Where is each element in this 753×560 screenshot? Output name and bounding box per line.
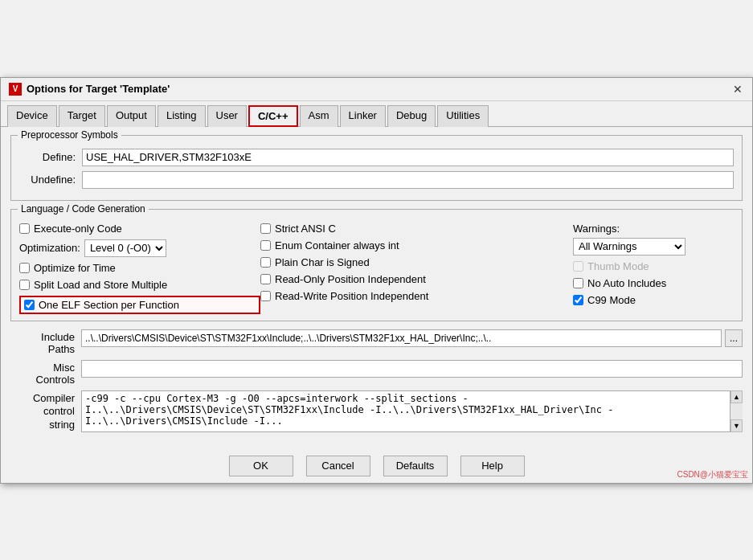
plain-char-checkbox[interactable] [260,257,271,268]
warnings-select[interactable]: No Warnings All Warnings Misra Warnings [573,238,685,255]
defaults-button[interactable]: Defaults [383,456,448,476]
content-area: Preprocessor Symbols Define: Undefine: L… [1,127,752,448]
optimization-label: Optimization: [19,242,80,254]
undefine-row: Undefine: [19,171,734,189]
c99-mode-row: C99 Mode [573,294,734,306]
split-load-checkbox[interactable] [19,280,30,290]
execute-only-checkbox[interactable] [19,223,30,234]
tab-asm[interactable]: Asm [300,105,338,127]
misc-controls-label: MiscControls [10,360,75,386]
compiler-scrollbar: ▲ ▼ [730,390,743,432]
tab-utilities[interactable]: Utilities [437,105,489,127]
watermark: CSDN@小猫爱宝宝 [677,469,749,480]
scroll-up-arrow[interactable]: ▲ [730,390,743,403]
tab-user[interactable]: User [207,105,247,127]
no-auto-includes-checkbox[interactable] [573,278,583,288]
compiler-textarea-wrap: -c99 -c --cpu Cortex-M3 -g -O0 --apcs=in… [81,390,743,435]
tab-cpp[interactable]: C/C++ [248,105,298,127]
thumb-mode-label: Thumb Mode [587,260,649,272]
misc-controls-input-wrap [81,360,743,378]
include-paths-input[interactable] [81,329,722,347]
ok-button[interactable]: OK [229,456,293,476]
preprocessor-group: Preprocessor Symbols Define: Undefine: [10,135,743,201]
include-paths-input-wrap: ... [81,329,743,347]
no-auto-includes-row: No Auto Includes [573,277,734,289]
app-icon: V [9,83,22,96]
plain-char-row: Plain Char is Signed [260,256,573,268]
tab-device[interactable]: Device [7,105,57,127]
preprocessor-group-title: Preprocessor Symbols [18,129,121,141]
split-load-row: Split Load and Store Multiple [19,279,260,291]
title-bar: V Options for Target 'Template' ✕ [1,78,752,101]
optimize-time-label: Optimize for Time [34,262,116,274]
undefine-input[interactable] [82,171,734,189]
misc-controls-row: MiscControls [10,360,743,386]
read-only-pos-checkbox[interactable] [260,274,271,284]
define-label: Define: [19,151,76,163]
tab-linker[interactable]: Linker [340,105,386,127]
enum-container-checkbox[interactable] [260,240,271,251]
language-col1: Execute-only Code Optimization: Level 0 … [19,223,260,314]
include-paths-browse-button[interactable]: ... [725,329,743,347]
read-write-pos-label: Read-Write Position Independent [275,290,428,302]
include-paths-label: IncludePaths [10,329,75,355]
define-input[interactable] [82,149,734,166]
read-only-pos-label: Read-Only Position Independent [275,273,426,285]
compiler-row: Compilercontrolstring -c99 -c --cpu Cort… [10,390,743,435]
cancel-button[interactable]: Cancel [306,456,370,476]
execute-only-label: Execute-only Code [34,223,122,235]
strict-ansi-row: Strict ANSI C [260,223,573,235]
read-write-pos-checkbox[interactable] [260,291,271,301]
include-paths-row: IncludePaths ... [10,329,743,355]
language-col2: Strict ANSI C Enum Container always int … [260,223,573,314]
one-elf-label: One ELF Section per Function [39,299,179,311]
tab-debug[interactable]: Debug [387,105,436,127]
enum-container-row: Enum Container always int [260,239,573,251]
one-elf-row: One ELF Section per Function [19,296,260,314]
tabs-bar: Device Target Output Listing User C/C++ … [1,101,752,127]
define-row: Define: [19,149,734,166]
strict-ansi-checkbox[interactable] [260,223,271,234]
warnings-group: Warnings: No Warnings All Warnings Misra… [573,223,734,255]
language-col3: Warnings: No Warnings All Warnings Misra… [573,223,734,314]
compiler-textarea[interactable]: -c99 -c --cpu Cortex-M3 -g -O0 --apcs=in… [81,390,743,432]
close-button[interactable]: ✕ [731,83,744,96]
warnings-label: Warnings: [573,223,734,235]
read-only-pos-row: Read-Only Position Independent [260,273,573,285]
plain-char-label: Plain Char is Signed [275,256,370,268]
optimization-select[interactable]: Level 0 (-O0) Level 1 (-O1) Level 2 (-O2… [84,239,166,257]
compiler-label: Compilercontrolstring [10,390,75,433]
tab-listing[interactable]: Listing [158,105,206,127]
one-elf-checkbox[interactable] [24,300,35,310]
split-load-label: Split Load and Store Multiple [34,279,167,291]
no-auto-includes-label: No Auto Includes [587,277,666,289]
c99-mode-label: C99 Mode [587,294,636,306]
language-group-title: Language / Code Generation [18,203,149,215]
scroll-down-arrow[interactable]: ▼ [730,419,743,432]
undefine-label: Undefine: [19,174,76,186]
optimize-time-checkbox[interactable] [19,263,30,273]
language-group: Language / Code Generation Execute-only … [10,209,743,321]
thumb-mode-checkbox[interactable] [573,261,583,272]
strict-ansi-label: Strict ANSI C [275,223,336,235]
window-title: Options for Target 'Template' [27,83,170,95]
optimization-row: Optimization: Level 0 (-O0) Level 1 (-O1… [19,239,260,257]
help-button[interactable]: Help [460,456,525,476]
tab-output[interactable]: Output [107,105,156,127]
c99-mode-checkbox[interactable] [573,295,583,305]
read-write-pos-row: Read-Write Position Independent [260,290,573,302]
bottom-buttons: OK Cancel Defaults Help [1,448,752,483]
optimize-time-row: Optimize for Time [19,262,260,274]
tab-target[interactable]: Target [59,105,105,127]
misc-controls-input[interactable] [81,360,743,378]
main-window: V Options for Target 'Template' ✕ Device… [0,77,753,484]
execute-only-row: Execute-only Code [19,223,260,235]
enum-container-label: Enum Container always int [275,239,399,251]
thumb-mode-row: Thumb Mode [573,260,734,272]
